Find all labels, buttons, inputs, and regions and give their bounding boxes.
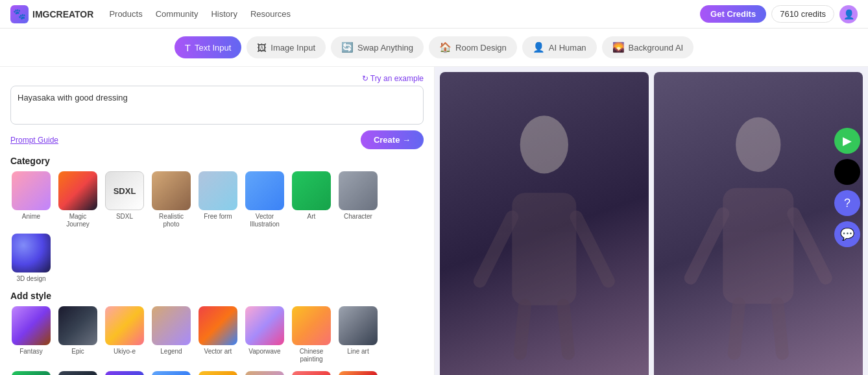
category-label-magic: Magic Journey: [57, 213, 99, 228]
nav-resources[interactable]: Resources: [250, 9, 291, 19]
svg-line-2: [480, 217, 512, 281]
category-item-magic[interactable]: Magic Journey: [57, 171, 99, 228]
tab-background-ai-label: Background AI: [629, 43, 684, 53]
category-thumb-magic: [58, 171, 97, 210]
style-thumb-r2-2: [58, 371, 97, 375]
category-label-realistic: Realistic photo: [151, 213, 192, 228]
category-thumb-art: [292, 171, 331, 210]
category-item-sdxl[interactable]: SDXL SDXL: [104, 171, 145, 228]
avatar[interactable]: 👤: [839, 5, 858, 23]
nav-history[interactable]: History: [211, 9, 237, 19]
category-item-character[interactable]: Character: [337, 171, 379, 228]
right-panel: [435, 67, 868, 375]
tab-swap-anything[interactable]: 🔄 Swap Anything: [331, 36, 424, 58]
category-item-anime[interactable]: Anime: [10, 171, 52, 228]
category-thumb-sdxl: SDXL: [105, 171, 144, 210]
style-label-legend: Legend: [160, 348, 182, 356]
style-thumb-r2-3: [105, 371, 144, 375]
style-label-chinese: Chinese painting: [291, 348, 332, 363]
background-ai-icon: 🌄: [612, 42, 625, 53]
tab-background-ai[interactable]: 🌄 Background AI: [602, 36, 694, 58]
prompt-textarea[interactable]: Hayasaka with good dressing: [10, 86, 424, 125]
svg-rect-1: [512, 193, 576, 305]
style-label-epic: Epic: [71, 348, 84, 356]
main-layout: ↻ Try an example Hayasaka with good dres…: [0, 67, 868, 375]
svg-line-4: [520, 305, 525, 353]
style-item-r2-3[interactable]: [104, 371, 145, 375]
try-example-link[interactable]: ↻ Try an example: [362, 74, 424, 83]
category-item-vector[interactable]: Vector Illustration: [244, 171, 285, 228]
tab-ai-human-label: AI Human: [549, 43, 586, 53]
category-item-freeform[interactable]: Free form: [197, 171, 239, 228]
style-item-epic[interactable]: Epic: [57, 306, 99, 363]
style-item-vaporwave[interactable]: Vaporwave: [244, 306, 285, 363]
style-label-vector-art: Vector art: [204, 348, 232, 356]
gallery-item-1[interactable]: [440, 72, 649, 375]
category-item-3d[interactable]: 3D design: [10, 234, 52, 283]
category-thumb-3d: [12, 234, 51, 272]
style-label-ukiyo: Ukiyo-e: [114, 348, 136, 356]
style-item-fantasy[interactable]: Fantasy: [10, 306, 52, 363]
tab-image-input[interactable]: 🖼 Image Input: [247, 36, 326, 58]
style-item-r2-1[interactable]: [10, 371, 52, 375]
gallery-image-2: [654, 72, 863, 375]
nav-community[interactable]: Community: [156, 9, 199, 19]
category-item-art[interactable]: Art: [291, 171, 332, 228]
tab-ai-human[interactable]: 👤 AI Human: [522, 36, 597, 58]
style-item-r2-5[interactable]: [197, 371, 239, 375]
style-label-fantasy: Fantasy: [19, 348, 43, 356]
style-item-r2-8[interactable]: [337, 371, 379, 375]
get-credits-button[interactable]: Get Credits: [700, 5, 766, 23]
style-item-lineart[interactable]: Line art: [337, 306, 379, 363]
logo-icon: 🐾: [10, 5, 29, 23]
style-item-legend[interactable]: Legend: [151, 306, 192, 363]
room-icon: 🏠: [439, 42, 452, 53]
logo[interactable]: 🐾 IMGCREATOR: [10, 5, 93, 23]
style-item-chinese[interactable]: Chinese painting: [291, 306, 332, 363]
style-thumb-r2-6: [245, 371, 284, 375]
play-store-button[interactable]: ▶: [834, 128, 860, 154]
category-thumb-realistic: [152, 171, 191, 210]
category-label-sdxl: SDXL: [116, 213, 133, 221]
category-label-anime: Anime: [22, 213, 40, 221]
nav-products[interactable]: Products: [109, 9, 142, 19]
help-button[interactable]: ?: [834, 190, 860, 216]
prompt-guide-link[interactable]: Prompt Guide: [10, 136, 58, 145]
style-thumb-r2-7: [292, 371, 331, 375]
category-label-character: Character: [344, 213, 372, 221]
svg-line-3: [577, 217, 609, 281]
tab-text-input[interactable]: T Text Input: [175, 36, 242, 58]
svg-rect-7: [723, 187, 794, 303]
svg-line-8: [691, 213, 723, 278]
prompt-create-row: Prompt Guide Create →: [10, 130, 424, 149]
style-item-ukiyo[interactable]: Ukiyo-e: [104, 306, 145, 363]
svg-line-9: [793, 213, 826, 278]
style-thumb-epic: [58, 306, 97, 345]
text-input-icon: T: [185, 42, 191, 53]
svg-point-6: [736, 117, 780, 171]
category-item-realistic[interactable]: Realistic photo: [151, 171, 192, 228]
category-label-3d: 3D design: [16, 275, 45, 283]
tab-swap-label: Swap Anything: [357, 43, 413, 53]
apple-store-button[interactable]: [834, 159, 860, 185]
create-button[interactable]: Create →: [361, 130, 424, 149]
gallery-item-2[interactable]: [654, 72, 863, 375]
style-thumb-legend: [152, 306, 191, 345]
style-section: Add style Fantasy Epic Ukiyo-e Legend: [10, 291, 424, 375]
style-item-vector-art[interactable]: Vector art: [197, 306, 239, 363]
nav: Products Community History Resources: [109, 9, 291, 19]
chat-button[interactable]: 💬: [834, 221, 860, 247]
category-thumb-vector: [245, 171, 284, 210]
header: 🐾 IMGCREATOR Products Community History …: [0, 0, 868, 29]
style-thumb-ukiyo: [105, 306, 144, 345]
style-grid-row1: Fantasy Epic Ukiyo-e Legend Vector art: [10, 306, 424, 363]
style-item-r2-6[interactable]: [244, 371, 285, 375]
credits-badge: 7610 credits: [771, 5, 834, 23]
style-thumb-r2-5: [199, 371, 237, 375]
category-label-art: Art: [307, 213, 316, 221]
style-grid-row2: [10, 371, 424, 375]
style-item-r2-2[interactable]: [57, 371, 99, 375]
tab-room-design[interactable]: 🏠 Room Design: [429, 36, 517, 58]
style-item-r2-7[interactable]: [291, 371, 332, 375]
style-item-r2-4[interactable]: [151, 371, 192, 375]
